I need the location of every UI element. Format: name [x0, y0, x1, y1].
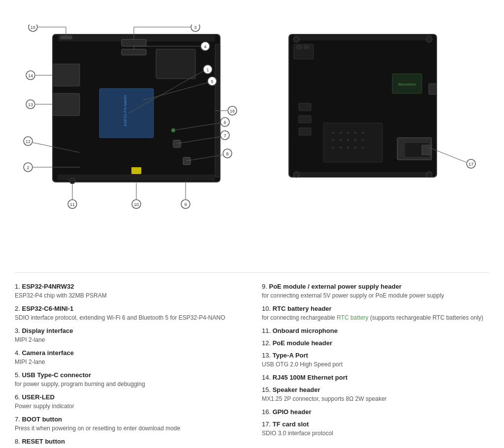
svg-point-103: [426, 172, 432, 178]
item-body-3: MIPI 2-lane: [15, 335, 242, 344]
svg-point-86: [340, 132, 342, 134]
svg-point-100: [293, 36, 299, 42]
svg-point-97: [347, 147, 349, 149]
item-body-2: SDIO interface protocol, extending Wi-Fi…: [15, 313, 242, 322]
item-num-15: 15: [262, 386, 269, 393]
svg-rect-12: [173, 140, 181, 148]
boards-section: ESP32-P4-NANO: [15, 10, 489, 258]
front-board-wrapper: ESP32-P4-NANO: [23, 25, 269, 233]
item-num-12: 12: [262, 339, 269, 347]
item-num-4: 4: [15, 349, 18, 357]
rtc-battery-link[interactable]: RTC battery: [337, 314, 368, 321]
svg-rect-2: [58, 175, 215, 180]
desc-item-8: 8. RESET button: [15, 438, 242, 445]
item-num-17: 17: [262, 420, 269, 428]
svg-text:11: 11: [70, 202, 75, 207]
desc-item-10: 10. RTC battery header for connecting re…: [262, 305, 489, 322]
svg-rect-3: [53, 64, 80, 86]
front-board-svg: ESP32-P4-NANO: [23, 25, 269, 231]
item-title-13: Type-A Port: [273, 352, 308, 359]
svg-rect-84: [323, 123, 382, 162]
item-title-4: Camera interface: [22, 349, 74, 357]
svg-rect-10: [122, 39, 146, 46]
main-container: ESP32-P4-NANO: [0, 0, 504, 448]
svg-rect-4: [53, 93, 80, 116]
item-body-7: Press it when powering on or resetting t…: [15, 424, 242, 433]
svg-point-96: [340, 147, 342, 149]
desc-item-5: 5. USB Type-C connector for power supply…: [15, 371, 242, 388]
back-board-svg: Waveshare: [284, 25, 481, 231]
svg-text:2: 2: [27, 165, 29, 170]
item-body-4: MIPI 2-lane: [15, 358, 242, 366]
svg-point-99: [362, 147, 364, 149]
item-num-1: 1: [15, 283, 18, 290]
item-num-16: 16: [262, 408, 269, 416]
svg-point-89: [362, 132, 364, 134]
svg-text:4: 4: [204, 44, 206, 49]
item-title-15: Speaker header: [273, 386, 320, 393]
svg-point-102: [293, 172, 299, 178]
svg-text:8: 8: [226, 151, 228, 156]
svg-point-93: [354, 139, 356, 141]
desc-item-2: 2. ESP32-C6-MINI-1 SDIO interface protoc…: [15, 305, 242, 322]
item-title-3: Display interface: [22, 327, 73, 334]
item-num-3: 3: [15, 327, 18, 334]
svg-rect-74: [304, 45, 310, 49]
svg-rect-80: [422, 145, 431, 155]
desc-item-3: 3. Display interface MIPI 2-lane: [15, 327, 242, 344]
svg-text:16: 16: [230, 109, 235, 114]
desc-item-11: 11. Onboard microphone: [262, 327, 489, 334]
svg-text:13: 13: [28, 102, 33, 107]
svg-text:1: 1: [206, 67, 209, 72]
svg-text:10: 10: [134, 202, 139, 207]
desc-item-16: 16. GPIO header: [262, 408, 489, 416]
svg-rect-16: [60, 35, 72, 39]
item-body-6: Power supply indicator: [15, 402, 242, 411]
svg-text:6: 6: [223, 120, 226, 125]
desc-item-15: 15. Speaker header MX1.25 2P connector, …: [262, 386, 489, 403]
item-title-1: ESP32-P4NRW32: [22, 283, 74, 290]
svg-rect-81: [299, 103, 311, 111]
descriptions-section: 1. ESP32-P4NRW32 ESP32-P4 chip with 32MB…: [15, 272, 489, 448]
desc-item-17: 17. TF card slot SDIO 3.0 interface prot…: [262, 420, 489, 438]
svg-text:ESP32-P4-NANO: ESP32-P4-NANO: [123, 95, 127, 126]
svg-point-85: [332, 132, 334, 134]
desc-item-4: 4. Camera interface MIPI 2-lane: [15, 349, 242, 366]
item-body-13: USB OTG 2.0 High Speed port: [262, 360, 489, 369]
desc-item-7: 7. BOOT button Press it when powering on…: [15, 416, 242, 433]
item-body-5: for power supply, program burning and de…: [15, 380, 242, 388]
item-title-2: ESP32-C6-MINI-1: [22, 305, 73, 312]
back-board-wrapper: Waveshare: [284, 25, 481, 233]
desc-item-9: 9. PoE module / external power supply he…: [262, 283, 489, 300]
right-column: 9. PoE module / external power supply he…: [262, 283, 489, 448]
svg-rect-14: [131, 167, 141, 174]
item-num-11: 11: [262, 327, 269, 334]
svg-text:15: 15: [31, 25, 35, 30]
svg-text:9: 9: [184, 202, 187, 207]
svg-text:Waveshare: Waveshare: [398, 83, 416, 86]
svg-rect-11: [122, 49, 146, 55]
svg-text:14: 14: [28, 73, 33, 78]
item-num-10: 10: [262, 305, 269, 312]
svg-rect-71: [294, 172, 432, 177]
item-title-9: PoE module / external power supply heade…: [269, 283, 401, 290]
svg-rect-77: [429, 84, 437, 94]
svg-point-87: [347, 132, 349, 134]
left-column: 1. ESP32-P4NRW32 ESP32-P4 chip with 32MB…: [15, 283, 242, 448]
svg-text:12: 12: [26, 139, 31, 144]
svg-text:7: 7: [223, 133, 226, 138]
item-title-16: GPIO header: [273, 408, 312, 416]
svg-point-98: [354, 147, 356, 149]
item-num-8: 8: [15, 438, 18, 445]
item-title-8: RESET button: [22, 438, 64, 445]
item-num-9: 9: [262, 283, 265, 290]
svg-point-94: [362, 139, 364, 141]
item-body-10: for connecting rechargeable RTC battery …: [262, 313, 489, 322]
desc-item-14: 14. RJ45 100M Ethernet port: [262, 374, 489, 381]
item-body-9: for connecting external 5V power supply …: [262, 291, 489, 300]
svg-point-95: [332, 147, 334, 149]
item-num-13: 13: [262, 352, 269, 359]
item-title-11: Onboard microphone: [273, 327, 338, 334]
item-title-12: PoE module header: [273, 339, 332, 347]
svg-point-88: [354, 132, 356, 134]
